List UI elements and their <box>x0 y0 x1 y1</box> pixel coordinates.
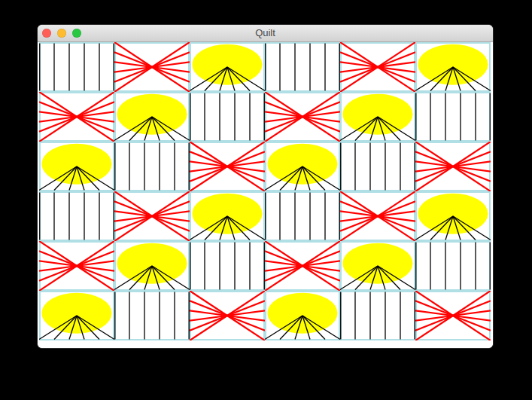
quilt-tile-bars <box>265 191 340 241</box>
desktop-background: Quilt <box>0 0 532 400</box>
quilt-tile-bars <box>190 92 265 142</box>
quilt-tile-burst <box>39 92 114 142</box>
quilt-tile-fan <box>114 241 190 291</box>
minimize-button[interactable] <box>57 29 66 38</box>
window-title: Quilt <box>38 25 493 41</box>
quilt-tile-bars <box>114 291 190 340</box>
quilt-tile-fan <box>39 291 114 340</box>
quilt-tile-burst <box>190 291 265 340</box>
quilt-tile-burst <box>415 291 491 340</box>
close-button[interactable] <box>42 29 51 38</box>
quilt-tile-burst <box>114 42 190 92</box>
quilt-tile-fan <box>190 191 265 241</box>
quilt-tile-burst <box>114 191 190 241</box>
zoom-button[interactable] <box>72 29 81 38</box>
quilt-tile-bars <box>39 42 114 92</box>
quilt-tile-bars <box>114 142 190 191</box>
quilt-tile-burst <box>39 241 114 291</box>
quilt-tile-fan <box>265 291 340 340</box>
quilt-tile-burst <box>415 142 491 191</box>
quilt-window: Quilt <box>38 25 493 348</box>
quilt-tile-bars <box>340 142 415 191</box>
quilt-tile-fan <box>190 42 265 92</box>
quilt-tile-fan <box>39 142 114 191</box>
quilt-tile-bars <box>265 42 340 92</box>
quilt-tile-bars <box>415 241 491 291</box>
quilt-tile-fan <box>415 42 491 92</box>
quilt-tile-burst <box>340 191 415 241</box>
quilt-tile-burst <box>265 92 340 142</box>
quilt-grid <box>39 42 491 340</box>
quilt-tile-fan <box>340 241 415 291</box>
quilt-canvas <box>38 42 493 348</box>
quilt-tile-bars <box>415 92 491 142</box>
quilt-tile-bars <box>190 241 265 291</box>
quilt-tile-fan <box>340 92 415 142</box>
quilt-tile-burst <box>265 241 340 291</box>
quilt-tile-bars <box>39 191 114 241</box>
quilt-tile-fan <box>114 92 190 142</box>
quilt-tile-fan <box>415 191 491 241</box>
traffic-lights <box>42 25 81 41</box>
quilt-tile-burst <box>340 42 415 92</box>
quilt-tile-burst <box>190 142 265 191</box>
window-titlebar[interactable]: Quilt <box>38 25 493 42</box>
quilt-tile-fan <box>265 142 340 191</box>
quilt-tile-bars <box>340 291 415 340</box>
